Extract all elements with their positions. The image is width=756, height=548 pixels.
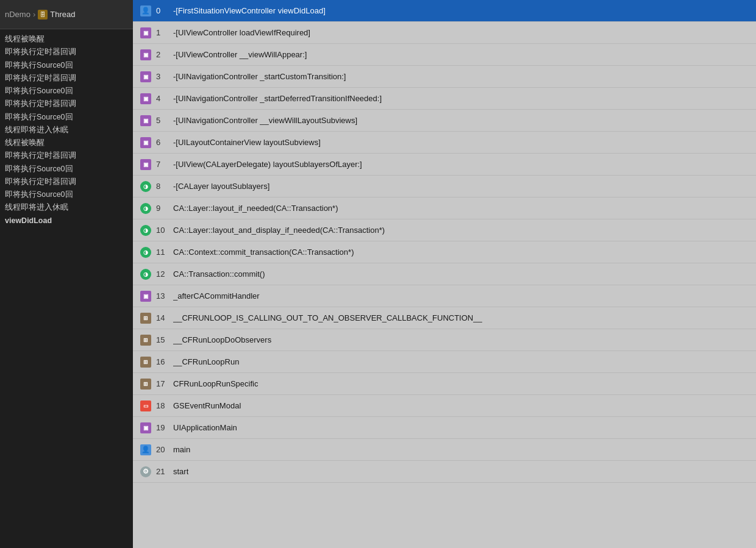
log-line: 即将执行定时器回调 — [5, 46, 128, 59]
stack-frames-panel[interactable]: 👤 0 -[FirstSituationViewController viewD… — [133, 0, 756, 548]
stack-frame-item[interactable]: ◑ 11 CA::Context::commit_transaction(CA:… — [133, 241, 756, 263]
frame-index: 2 — [156, 50, 168, 59]
stack-frame-item[interactable]: ⊞ 16 __CFRunLoopRun — [133, 351, 756, 373]
grid-icon: ⊞ — [140, 379, 151, 390]
frame-label: main — [173, 445, 190, 454]
frame-label: -[UIViewController loadViewIfRequired] — [173, 28, 310, 37]
frame-index: 6 — [156, 138, 168, 147]
frame-index: 7 — [156, 160, 168, 169]
event-icon: ▭ — [140, 400, 151, 411]
uivc-icon: ▣ — [140, 27, 151, 38]
stack-frame-item[interactable]: ⊞ 15 __CFRunLoopDoObservers — [133, 329, 756, 351]
frame-index: 15 — [156, 335, 168, 344]
stack-frame-item[interactable]: 👤 0 -[FirstSituationViewController viewD… — [133, 0, 756, 22]
log-line: 即将执行Source0回 — [5, 188, 128, 201]
frame-index: 0 — [156, 6, 168, 15]
grid-icon: ⊞ — [140, 313, 151, 324]
frame-label: CFRunLoopRunSpecific — [173, 379, 258, 388]
frame-label: -[CALayer layoutSublayers] — [173, 182, 269, 191]
stack-frame-item[interactable]: ⚙ 21 start — [133, 461, 756, 483]
log-line: 即将执行定时器回调 — [5, 72, 128, 85]
stack-frame-item[interactable]: ▣ 1 -[UIViewController loadViewIfRequire… — [133, 22, 756, 44]
frame-label: start — [173, 467, 188, 476]
frame-index: 14 — [156, 313, 168, 322]
log-line: 线程被唤醒 — [5, 137, 128, 149]
frame-label: -[FirstSituationViewController viewDidLo… — [173, 6, 326, 15]
frame-label: -[UIViewController __viewWillAppear:] — [173, 50, 307, 59]
stack-frame-item[interactable]: ◑ 10 CA::Layer::layout_and_display_if_ne… — [133, 219, 756, 241]
frame-label: -[UILayoutContainerView layoutSubviews] — [173, 138, 321, 147]
frame-label: -[UINavigationController _startDeferredT… — [173, 94, 382, 103]
stack-frame-item[interactable]: ◑ 12 CA::Transaction::commit() — [133, 263, 756, 285]
frame-index: 5 — [156, 116, 168, 125]
uivc-icon: ▣ — [140, 115, 151, 126]
frame-label: __CFRunLoopRun — [173, 357, 239, 366]
stack-frame-item[interactable]: ▣ 3 -[UINavigationController _startCusto… — [133, 66, 756, 88]
log-line: viewDidLoad — [5, 215, 128, 227]
log-line: 线程被唤醒 — [5, 33, 128, 46]
frame-index: 13 — [156, 291, 168, 301]
log-line: 即将执行Source0回 — [5, 85, 128, 98]
log-line: 即将执行Source0回 — [5, 59, 128, 72]
stack-frame-item[interactable]: ◑ 8 -[CALayer layoutSublayers] — [133, 176, 756, 197]
frame-index: 17 — [156, 379, 168, 388]
frame-label: CA::Layer::layout_if_needed(CA::Transact… — [173, 204, 338, 213]
stack-frame-item[interactable]: ▣ 2 -[UIViewController __viewWillAppear:… — [133, 44, 756, 66]
frame-label: __CFRUNLOOP_IS_CALLING_OUT_TO_AN_OBSERVE… — [173, 313, 482, 322]
frame-index: 4 — [156, 94, 168, 103]
frame-index: 12 — [156, 269, 168, 279]
grid-icon: ⊞ — [140, 335, 151, 346]
log-line: 即将执行定时器回调 — [5, 149, 128, 162]
uivc-icon: ▣ — [140, 93, 151, 104]
stack-frame-item[interactable]: ▣ 7 -[UIView(CALayerDelegate) layoutSubl… — [133, 154, 756, 176]
frame-index: 11 — [156, 247, 168, 257]
person-icon: 👤 — [140, 444, 151, 455]
frame-index: 9 — [156, 204, 168, 213]
gear-icon: ⚙ — [140, 466, 151, 477]
uivc-icon: ▣ — [140, 291, 151, 302]
uivc-icon: ▣ — [140, 422, 151, 433]
log-line: 线程即将进入休眠 — [5, 124, 128, 137]
frame-index: 20 — [156, 445, 168, 454]
frame-label: UIApplicationMain — [173, 423, 237, 432]
frame-index: 8 — [156, 182, 168, 191]
log-line: 线程即将进入休眠 — [5, 201, 128, 214]
stack-frame-item[interactable]: ▣ 5 -[UINavigationController __viewWillL… — [133, 110, 756, 132]
log-line: 即将执行Source0回 — [5, 111, 128, 124]
calayer-icon: ◑ — [140, 203, 151, 214]
frame-label: -[UIView(CALayerDelegate) layoutSublayer… — [173, 160, 362, 169]
frame-label: CA::Transaction::commit() — [173, 269, 265, 279]
frame-label: -[UINavigationController __viewWillLayou… — [173, 116, 357, 125]
stack-frame-item[interactable]: ▣ 4 -[UINavigationController _startDefer… — [133, 88, 756, 110]
breadcrumb: nDemo › 🗄 Thread — [0, 0, 133, 29]
frame-index: 21 — [156, 467, 168, 476]
breadcrumb-prefix: nDemo — [5, 10, 30, 19]
stack-frame-item[interactable]: ▣ 6 -[UILayoutContainerView layoutSubvie… — [133, 132, 756, 154]
frame-label: _afterCACommitHandler — [173, 291, 260, 301]
uivc-icon: ▣ — [140, 137, 151, 148]
frame-index: 3 — [156, 72, 168, 81]
frame-index: 10 — [156, 226, 168, 235]
stack-frame-item[interactable]: ◑ 9 CA::Layer::layout_if_needed(CA::Tran… — [133, 197, 756, 219]
stack-frame-item[interactable]: ⊞ 14 __CFRUNLOOP_IS_CALLING_OUT_TO_AN_OB… — [133, 307, 756, 329]
grid-icon: ⊞ — [140, 357, 151, 368]
calayer-icon: ◑ — [140, 247, 151, 258]
stack-frame-item[interactable]: 👤 20 main — [133, 439, 756, 461]
stack-frame-item[interactable]: ▣ 19 UIApplicationMain — [133, 417, 756, 439]
stack-frame-item[interactable]: ▣ 13 _afterCACommitHandler — [133, 285, 756, 307]
frame-index: 18 — [156, 401, 168, 410]
log-line: 即将执行定时器回调 — [5, 176, 128, 188]
log-panel: 线程被唤醒即将执行定时器回调即将执行Source0回即将执行定时器回调即将执行S… — [0, 29, 133, 548]
stack-frame-item[interactable]: ▭ 18 GSEventRunModal — [133, 395, 756, 417]
breadcrumb-active-label: Thread — [50, 10, 75, 19]
frame-index: 19 — [156, 423, 168, 432]
thread-icon: 🗄 — [38, 10, 48, 20]
uivc-icon: ▣ — [140, 159, 151, 170]
calayer-icon: ◑ — [140, 225, 151, 236]
stack-frame-item[interactable]: ⊞ 17 CFRunLoopRunSpecific — [133, 373, 756, 395]
frame-label: __CFRunLoopDoObservers — [173, 335, 271, 344]
uivc-icon: ▣ — [140, 49, 151, 60]
frame-label: GSEventRunModal — [173, 401, 241, 410]
frame-index: 1 — [156, 28, 168, 37]
person-icon: 👤 — [140, 5, 151, 16]
